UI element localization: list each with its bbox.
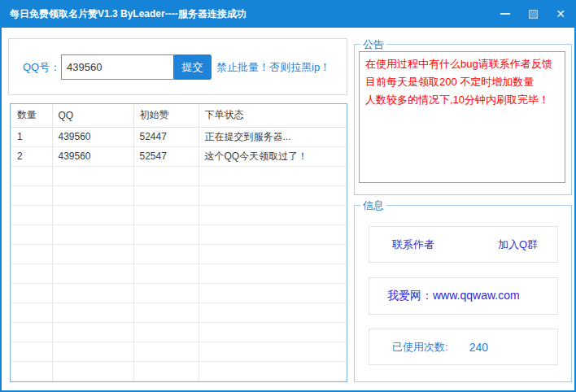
window-title: 每日免费领取名片赞V1.3 ByLeader----服务器连接成功 — [2, 7, 247, 21]
col-header-qq[interactable]: QQ — [52, 104, 133, 127]
qq-number-label: QQ号： — [23, 39, 60, 96]
qq-form-group: QQ号： 提交 禁止批量！否则拉黑ip！ — [8, 38, 347, 95]
cell-qty — [11, 264, 52, 283]
minimize-button[interactable] — [491, 0, 519, 28]
cell-qq — [52, 283, 133, 303]
window-controls: ✕ — [491, 0, 574, 28]
cell-initial — [133, 264, 199, 283]
cell-initial — [133, 244, 199, 264]
cell-initial — [133, 205, 199, 224]
info-groupbox: 信息 联系作者 加入Q群 我爱网：www.qqwaw.com 已使用次数: 24… — [354, 205, 572, 382]
table-row[interactable] — [11, 244, 347, 264]
table-row[interactable] — [11, 166, 347, 185]
qq-number-input[interactable] — [61, 54, 174, 80]
contact-author-link[interactable]: 联系作者 — [392, 237, 434, 252]
cell-qty — [11, 283, 52, 303]
table-row[interactable] — [11, 342, 347, 361]
close-icon: ✕ — [556, 7, 565, 20]
cell-qq — [52, 224, 133, 244]
cell-initial — [133, 224, 199, 244]
cell-status — [199, 342, 347, 361]
announcement-line: 在使用过程中有什么bug请联系作者反馈 — [365, 55, 559, 73]
table-row[interactable]: 143956052447正在提交到服务器... — [11, 127, 347, 146]
website-box: 我爱网：www.qqwaw.com — [369, 277, 558, 315]
col-header-qty[interactable]: 数量 — [11, 104, 52, 127]
cell-qq — [52, 342, 133, 361]
cell-qty — [11, 303, 52, 322]
cell-qty — [11, 322, 52, 342]
cell-status — [199, 205, 347, 224]
cell-qq — [52, 361, 133, 381]
cell-status: 正在提交到服务器... — [199, 127, 347, 146]
usage-count-value: 240 — [469, 341, 488, 354]
usage-counter-box: 已使用次数: 240 — [369, 329, 558, 365]
cell-initial: 52547 — [133, 146, 199, 166]
cell-status — [199, 283, 347, 303]
cell-qq — [52, 185, 133, 205]
batch-warning-text: 禁止批量！否则拉黑ip！ — [216, 39, 330, 96]
orders-table: 数量 QQ 初始赞 下单状态 143956052447正在提交到服务器...24… — [10, 103, 347, 382]
cell-qq — [52, 205, 133, 224]
cell-qq — [52, 303, 133, 322]
cell-qty: 1 — [11, 127, 52, 146]
cell-qty — [11, 205, 52, 224]
table-row[interactable] — [11, 322, 347, 342]
submit-button[interactable]: 提交 — [173, 54, 212, 80]
cell-status — [199, 322, 347, 342]
announcement-line: 目前每天是领取200 不定时增加数量 — [365, 73, 559, 91]
table-row[interactable] — [11, 185, 347, 205]
cell-qty — [11, 361, 52, 381]
col-header-order-status[interactable]: 下单状态 — [199, 104, 347, 127]
website-link[interactable]: 我爱网：www.qqwaw.com — [387, 289, 520, 303]
cell-qty — [11, 342, 52, 361]
cell-status — [199, 361, 347, 381]
maximize-button[interactable] — [519, 0, 547, 28]
maximize-icon — [529, 10, 538, 19]
table-row[interactable]: 243956052547这个QQ今天领取过了！ — [11, 146, 347, 166]
table-header-row: 数量 QQ 初始赞 下单状态 — [11, 104, 347, 127]
table-row[interactable] — [11, 283, 347, 303]
orders-table-body: 143956052447正在提交到服务器...243956052547这个QQ今… — [11, 127, 347, 381]
cell-qty — [11, 166, 52, 185]
cell-qq — [52, 322, 133, 342]
cell-qty — [11, 224, 52, 244]
announcement-textarea[interactable]: 在使用过程中有什么bug请联系作者反馈 目前每天是领取200 不定时增加数量 人… — [359, 51, 565, 183]
cell-initial — [133, 283, 199, 303]
cell-initial — [133, 166, 199, 185]
cell-initial — [133, 342, 199, 361]
table-row[interactable] — [11, 303, 347, 322]
close-button[interactable]: ✕ — [547, 0, 574, 28]
cell-status: 这个QQ今天领取过了！ — [199, 146, 347, 166]
cell-status — [199, 244, 347, 264]
cell-qq — [52, 264, 133, 283]
cell-qq: 439560 — [52, 127, 133, 146]
cell-initial — [133, 303, 199, 322]
cell-initial — [133, 185, 199, 205]
minimize-icon — [500, 13, 510, 15]
cell-qty — [11, 244, 52, 264]
cell-status — [199, 166, 347, 185]
announcement-label: 公告 — [360, 37, 386, 51]
table-row[interactable] — [11, 205, 347, 224]
cell-initial — [133, 361, 199, 381]
table-row[interactable] — [11, 361, 347, 381]
cell-status — [199, 224, 347, 244]
table-row[interactable] — [11, 224, 347, 244]
col-header-initial-likes[interactable]: 初始赞 — [133, 104, 199, 127]
cell-qty — [11, 185, 52, 205]
cell-status — [199, 303, 347, 322]
titlebar: 每日免费领取名片赞V1.3 ByLeader----服务器连接成功 ✕ — [2, 0, 574, 28]
table-row[interactable] — [11, 264, 347, 283]
contact-links-box: 联系作者 加入Q群 — [369, 226, 558, 263]
cell-initial: 52447 — [133, 127, 199, 146]
cell-status — [199, 185, 347, 205]
cell-initial — [133, 322, 199, 342]
info-label: 信息 — [360, 198, 386, 212]
cell-qq: 439560 — [52, 146, 133, 166]
app-window: 每日免费领取名片赞V1.3 ByLeader----服务器连接成功 ✕ QQ号：… — [0, 0, 576, 392]
join-qq-group-link[interactable]: 加入Q群 — [498, 237, 538, 252]
cell-qq — [52, 166, 133, 185]
announcement-line: 人数较多的情况下,10分钟内刷取完毕！ — [365, 91, 559, 109]
cell-qty: 2 — [11, 146, 52, 166]
cell-status — [199, 264, 347, 283]
